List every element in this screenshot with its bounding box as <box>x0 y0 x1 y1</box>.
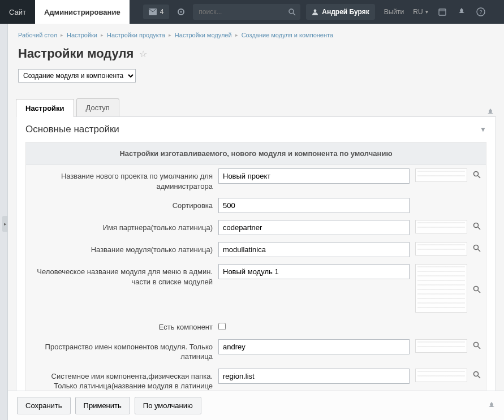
label-module-lat: Название модуля(только латиница) <box>32 242 213 255</box>
svg-line-15 <box>478 249 480 252</box>
breadcrumb: Рабочий стол▸ Настройки▸ Настройки проду… <box>16 24 496 44</box>
svg-point-10 <box>474 172 479 176</box>
svg-line-4 <box>293 13 295 15</box>
svg-point-3 <box>289 9 294 14</box>
input-sort[interactable] <box>218 198 410 213</box>
svg-line-19 <box>478 347 480 349</box>
svg-line-11 <box>478 176 480 178</box>
page-title: Настройки модуля <box>18 46 133 61</box>
svg-point-12 <box>474 223 479 228</box>
label-project-name: Название нового проекта по умолчанию для… <box>32 168 213 191</box>
zoom-icon[interactable] <box>473 339 485 349</box>
input-project-name[interactable] <box>218 168 410 184</box>
svg-point-5 <box>314 10 317 12</box>
reset-button[interactable]: По умолчанию <box>135 397 201 414</box>
crumb-product[interactable]: Настройки продукта <box>107 32 165 38</box>
input-sys-name[interactable] <box>218 369 410 384</box>
tab-settings[interactable]: Настройки <box>16 99 74 117</box>
section-title: Настройки изготавливаемого, нового модул… <box>26 142 486 165</box>
user-badge[interactable]: Андрей Буряк <box>306 4 374 20</box>
tab-access[interactable]: Доступ <box>76 98 119 116</box>
preview-thumb[interactable] <box>415 220 467 233</box>
crumb-modules[interactable]: Настройки модулей <box>175 32 232 38</box>
tab-pin-icon[interactable] <box>487 109 496 116</box>
search-icon[interactable] <box>288 8 296 16</box>
crumb-desktop[interactable]: Рабочий стол <box>18 32 57 38</box>
chevron-down-icon: ▼ <box>425 10 429 15</box>
panel-title: Основные настройки <box>25 124 119 135</box>
search-box[interactable] <box>193 4 300 20</box>
sidebar-expand-handle[interactable]: ▸ <box>2 216 8 232</box>
svg-rect-6 <box>439 9 446 15</box>
user-icon <box>312 8 318 15</box>
checkbox-has-component[interactable] <box>218 323 226 330</box>
preview-thumb[interactable] <box>415 242 467 256</box>
panel-collapse-icon[interactable]: ▼ <box>480 125 486 133</box>
svg-line-13 <box>478 227 480 230</box>
input-module-human[interactable] <box>218 264 410 279</box>
tab-site[interactable]: Сайт <box>0 0 35 24</box>
help-icon[interactable]: ? <box>471 0 490 24</box>
preview-thumb[interactable] <box>415 168 467 182</box>
zoom-icon[interactable] <box>473 220 485 230</box>
settings-panel: Основные настройки ▼ Настройки изготавли… <box>16 116 496 420</box>
svg-point-20 <box>474 371 479 376</box>
pin-icon[interactable] <box>452 0 471 24</box>
zoom-icon[interactable] <box>473 369 485 379</box>
label-sort: Сортировка <box>32 198 213 211</box>
settings-icon[interactable] <box>171 0 191 24</box>
notification-badge[interactable]: 4 <box>143 5 170 19</box>
preview-thumb[interactable] <box>415 369 467 382</box>
input-module-lat[interactable] <box>218 242 410 257</box>
preview-thumb-tall[interactable] <box>415 264 467 313</box>
footer-pin-icon[interactable] <box>488 402 495 410</box>
apply-button[interactable]: Применить <box>75 397 130 414</box>
form-tab-strip: Настройки Доступ <box>16 98 496 116</box>
svg-point-14 <box>474 245 479 250</box>
search-input[interactable] <box>197 5 288 19</box>
zoom-icon[interactable] <box>473 283 485 293</box>
svg-text:?: ? <box>479 9 482 15</box>
zoom-icon[interactable] <box>473 168 485 179</box>
svg-point-16 <box>474 287 479 291</box>
form-footer: Сохранить Применить По умолчанию <box>8 391 504 420</box>
label-partner: Имя партнера(только латиница) <box>32 220 213 233</box>
svg-line-21 <box>478 376 480 378</box>
notification-count: 4 <box>160 8 164 16</box>
svg-point-18 <box>474 342 479 347</box>
calendar-icon[interactable] <box>433 0 452 24</box>
svg-line-17 <box>478 291 480 293</box>
crumb-settings[interactable]: Настройки <box>67 32 97 38</box>
svg-point-2 <box>180 11 182 13</box>
label-namespace: Пространство имен компонентов модуля. То… <box>32 339 213 362</box>
tab-admin[interactable]: Администрирование <box>35 0 130 24</box>
lang-label: RU <box>413 8 423 16</box>
input-namespace[interactable] <box>218 339 410 354</box>
zoom-icon[interactable] <box>473 242 485 252</box>
module-select[interactable]: Создание модуля и компонента <box>18 69 136 83</box>
favorite-star-icon[interactable]: ☆ <box>139 49 147 59</box>
crumb-current[interactable]: Создание модуля и компонента <box>242 32 333 38</box>
lang-switch[interactable]: RU ▼ <box>410 0 432 24</box>
logout-link[interactable]: Выйти <box>378 0 410 24</box>
top-bar: Сайт Администрирование 4 Андрей Буряк Вы… <box>0 0 504 24</box>
label-has-component: Есть компонент <box>32 319 213 332</box>
user-name: Андрей Буряк <box>322 8 369 16</box>
save-button[interactable]: Сохранить <box>17 397 71 414</box>
label-module-human: Человеческое название модуля для меню в … <box>32 264 213 287</box>
preview-thumb[interactable] <box>415 339 467 353</box>
input-partner[interactable] <box>218 220 410 235</box>
message-icon <box>149 8 157 15</box>
sidebar-collapsed: ▸ <box>0 24 8 420</box>
